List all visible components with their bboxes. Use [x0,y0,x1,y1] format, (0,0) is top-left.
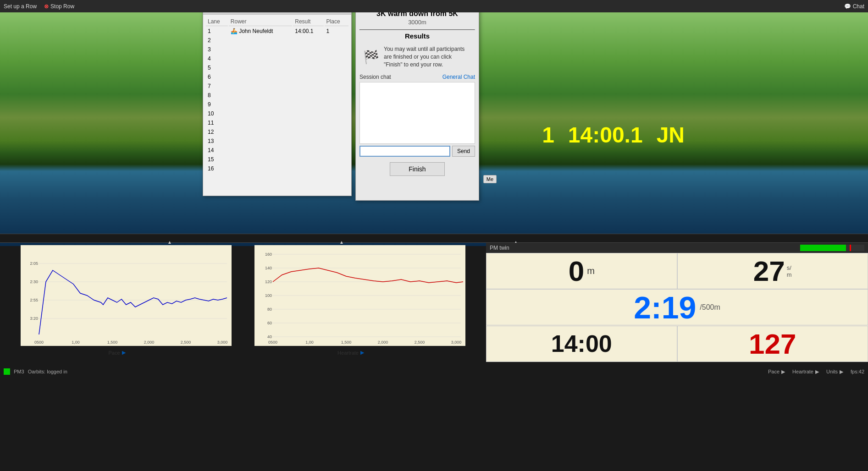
chat-button[interactable]: 💬 Chat [844,3,864,10]
table-row: 1🚣 John Neufeldt14:00.11 [206,27,348,35]
results-message: You may wait until all participants are … [384,45,471,68]
place-value: 1 [325,27,348,35]
units-nav-arrow-icon: ▶ [840,369,843,375]
table-row: 3 [206,45,348,54]
table-row: 15 [206,155,348,164]
rower-name [229,45,292,54]
top-bar: Set up a Row ⊗ Stop Row 💬 Chat [0,0,868,12]
session-chat-label: Session chat [359,74,391,80]
lane-number: 6 [206,73,228,81]
place-value [325,91,348,99]
result-value [293,119,323,127]
lane-number: 7 [206,82,228,90]
status-bar: PM3 Oarbits: logged in Pace ▶ Heartrate … [0,367,868,377]
send-button[interactable]: Send [452,146,475,157]
result-value [293,64,323,72]
hr-nav[interactable]: Heartrate ▶ [792,369,819,375]
place-value [325,110,348,118]
place-value [325,119,348,127]
rower-name [229,110,292,118]
rower-name [229,137,292,145]
lane-number: 8 [206,91,228,99]
result-value [293,45,323,54]
setup-row-button[interactable]: Set up a Row [4,3,37,10]
rower-name [229,155,292,164]
pm-grid: 0m27s/m2:19/500m14:00127 [486,253,868,362]
col-result: Result [293,17,323,26]
race-hud: 1 14:00.1 JN [542,122,685,148]
results-icon-row: 🏁 You may wait until all participants ar… [356,42,479,72]
pm-distance-val: 0 [569,255,584,287]
lane-number: 14 [206,146,228,154]
status-left: PM3 Oarbits: logged in [4,368,67,375]
place-value [325,36,348,44]
pm-time-cell: 14:00 [486,326,677,362]
place-value [325,137,348,145]
hr-chart [254,245,465,346]
lane-number: 15 [206,155,228,164]
rower-icon: 🚣 [231,28,239,34]
hr-nav-arrow[interactable]: ▶ [360,350,364,356]
pm-hr-cell: 127 [677,326,868,362]
table-row: 13 [206,137,348,145]
place-value [325,64,348,72]
result-value [293,36,323,44]
chart-area: Pace ▶ Heartrate ▶ [0,243,477,362]
finish-button[interactable]: Finish [390,162,444,176]
place-value [325,164,348,173]
rower-name [229,64,292,72]
col-rower: Rower [229,17,292,26]
chat-input[interactable] [359,146,450,157]
pm-hr-val: 127 [749,328,796,360]
hud-name: JN [657,122,685,148]
lane-number: 1 [206,27,228,35]
result-value [293,110,323,118]
result-value [293,100,323,109]
place-value [325,82,348,90]
place-value [325,128,348,136]
hr-chart-label: Heartrate ▶ [337,350,364,356]
rower-name [229,119,292,127]
pm-title-label: PM twin [490,245,509,251]
rower-name [229,73,292,81]
rower-name [229,82,292,90]
rower-name [229,55,292,63]
col-lane: Lane [206,17,228,26]
pm-pace-val: 2:19 [634,290,696,325]
rower-name: 🚣 John Neufeldt [229,27,292,35]
table-row: 9 [206,100,348,109]
pm-distance-cell: 0m [486,253,677,289]
lanes-dialog: Lanes and Status 18:11 GMT Lane Rower Re… [203,4,352,196]
table-row: 4 [206,55,348,63]
rower-name [229,91,292,99]
chat-icon: 💬 [844,3,851,10]
hr-nav-arrow-icon: ▶ [815,369,819,375]
pace-chart-container: Pace ▶ [0,243,234,357]
units-nav[interactable]: Units ▶ [826,369,843,375]
pace-nav-arrow[interactable]: ▶ [122,350,126,356]
lane-number: 11 [206,119,228,127]
pace-chart [21,245,232,346]
results-section: Results [356,30,479,42]
place-value [325,55,348,63]
pm3-label: PM3 [14,369,24,374]
chat-messages[interactable] [359,82,475,144]
stop-row-button[interactable]: ⊗ Stop Row [44,3,74,10]
hud-time: 14:00.1 [568,122,643,148]
results-subtitle: 3000m [356,19,479,29]
table-row: 10 [206,110,348,118]
general-chat-link[interactable]: General Chat [442,74,475,80]
rower-name [229,146,292,154]
result-value [293,91,323,99]
pm-panel: PM twin 0m27s/m2:19/500m14:00127 [486,243,868,362]
rower-name [229,164,292,173]
top-bar-left: Set up a Row ⊗ Stop Row [4,3,74,10]
orbits-status: Oarbits: logged in [28,369,67,374]
lane-number: 3 [206,45,228,54]
chat-label-row: Session chat General Chat [359,74,475,80]
lanes-tbody: 1🚣 John Neufeldt14:00.112345678910111213… [206,27,348,173]
lane-number: 12 [206,128,228,136]
pm-progress-fill [800,245,846,251]
pace-nav[interactable]: Pace ▶ [768,369,785,375]
result-value: 14:00.1 [293,27,323,35]
